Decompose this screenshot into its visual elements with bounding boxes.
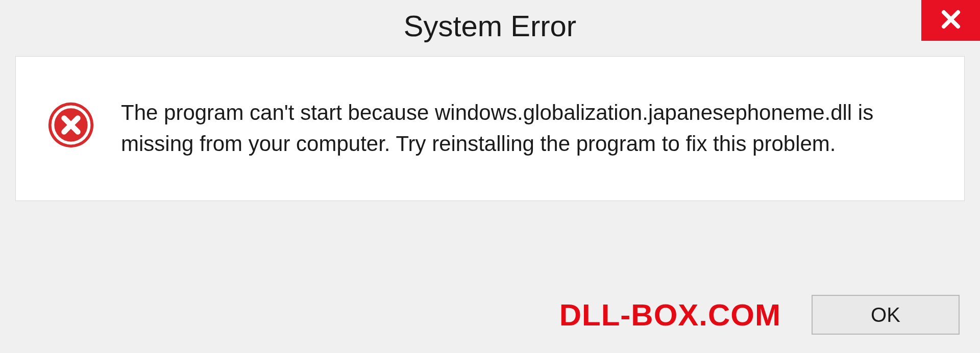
content-area: The program can't start because windows.…	[15, 56, 965, 201]
dialog-title: System Error	[404, 9, 576, 43]
close-button[interactable]	[921, 0, 980, 41]
ok-button[interactable]: OK	[812, 295, 960, 335]
error-icon	[46, 100, 95, 149]
titlebar: System Error	[0, 0, 980, 51]
close-icon	[939, 7, 963, 34]
error-message: The program can't start because windows.…	[121, 97, 934, 160]
watermark-text: DLL-BOX.COM	[559, 297, 781, 333]
footer: DLL-BOX.COM OK	[20, 295, 960, 335]
error-dialog: System Error The program can't start bec…	[0, 0, 980, 353]
